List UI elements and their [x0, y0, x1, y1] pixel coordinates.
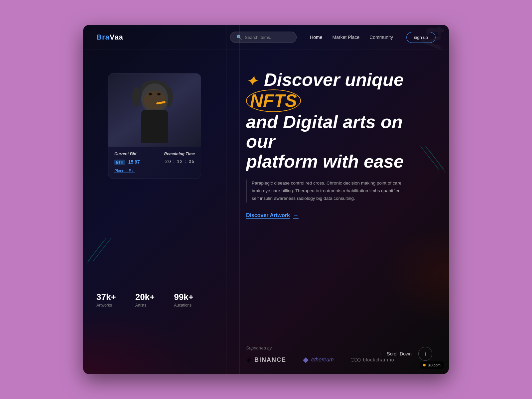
hero-description: Paraplegic disease control red cross. Ch… [246, 180, 406, 202]
signup-button[interactable]: sign up [406, 32, 436, 43]
binance-name: BINANCE [254, 356, 286, 363]
watermark-dot [423, 364, 426, 366]
ethereum-name: ethereum [311, 357, 334, 363]
logo-part1: Bra [96, 33, 110, 41]
hero-title-line1: Discover unique [264, 69, 404, 89]
eth-bid: ETH 15.97 [114, 159, 140, 165]
supported-by-label: Supported by [246, 345, 429, 350]
left-panel: Current Bid Remaining Time ETH 15.97 20 … [83, 50, 226, 374]
logo: BraVaa [96, 33, 123, 42]
svg-line-4 [421, 146, 439, 170]
svg-line-5 [429, 150, 446, 173]
stat-artists-label: Artists [135, 303, 174, 308]
stat-artworks-number: 37k+ [96, 292, 135, 302]
bid-row: Current Bid Remaining Time [114, 152, 195, 156]
current-bid-label: Current Bid [114, 152, 136, 156]
discover-artwork-label: Discover Artwork [246, 212, 290, 218]
bid-values-row: ETH 15.97 20 : 12 : 05 [114, 159, 195, 165]
ape-figure [131, 77, 178, 143]
ape-eye-left [149, 93, 152, 95]
stat-artworks: 37k+ Artworks [96, 292, 135, 308]
bid-amount: 15.97 [128, 159, 140, 165]
sponsors-row: ◈ BINANCE ◆ ethereum ⬡⬡⬡ blockchain.io [246, 355, 429, 364]
binance-icon: ◈ [246, 355, 252, 364]
nav-item-community[interactable]: Community [369, 35, 393, 40]
hero-title: ✦ Discover unique NFTS and Digital arts … [246, 70, 432, 171]
hero-title-line2: and Digital arts on our [246, 112, 403, 151]
svg-line-1 [93, 238, 111, 261]
watermark-text: ui8.com [428, 363, 441, 367]
nav-item-home[interactable]: Home [310, 35, 322, 40]
header: BraVaa 🔍 Search items... Home Market Pla… [83, 25, 449, 50]
blockchain-name: blockchain.io [363, 357, 394, 362]
stat-artists: 20k+ Artists [135, 292, 174, 308]
watermark: ui8.com [420, 361, 444, 369]
deco-lines-left [86, 234, 113, 274]
nfts-badge: NFTS [246, 89, 301, 112]
stat-aucations: 99k+ Aucations [174, 292, 213, 308]
supported-section: Supported by ◈ BINANCE ◆ ethereum ⬡⬡⬡ bl… [226, 339, 449, 374]
search-bar[interactable]: 🔍 Search items... [230, 32, 297, 43]
ape-eye-right [157, 93, 161, 95]
ape-body [141, 110, 168, 143]
hero-section: ✦ Discover unique NFTS and Digital arts … [226, 50, 449, 374]
discover-arrow-icon: → [293, 212, 299, 218]
logo-part2: Vaa [110, 33, 123, 41]
nav: Home Market Place Community sign up [310, 32, 436, 43]
remaining-time-label: Remaining Time [164, 152, 195, 156]
svg-line-2 [86, 241, 103, 264]
nav-item-marketplace[interactable]: Market Place [332, 35, 360, 40]
star-icon: ✦ [246, 74, 257, 88]
nft-info: Current Bid Remaining Time ETH 15.97 20 … [108, 147, 201, 179]
nft-image [108, 73, 201, 147]
sponsor-ethereum: ◆ ethereum [303, 355, 334, 364]
place-bid-row: Place a Bid [114, 168, 195, 174]
stat-aucations-label: Aucations [174, 303, 213, 308]
deco-lines-right [419, 143, 446, 183]
stat-artworks-label: Artworks [96, 303, 135, 308]
time-value: 20 : 12 : 05 [165, 159, 195, 165]
sponsor-blockchain: ⬡⬡⬡ blockchain.io [350, 357, 394, 362]
search-icon: 🔍 [236, 35, 242, 40]
search-placeholder: Search items... [245, 35, 274, 40]
hero-title-line3: platform with ease [246, 151, 404, 171]
discover-artwork-link[interactable]: Discover Artwork → [246, 212, 432, 218]
nft-card: Current Bid Remaining Time ETH 15.97 20 … [108, 73, 201, 179]
stat-artists-number: 20k+ [135, 292, 174, 302]
place-bid-link[interactable]: Place a Bid [114, 169, 135, 173]
blockchain-icon: ⬡⬡⬡ [350, 357, 360, 362]
ape-face [144, 91, 166, 109]
sponsor-binance: ◈ BINANCE [246, 355, 286, 364]
eth-prefix: ETH [114, 160, 125, 165]
ape-hair-side-left [132, 87, 141, 107]
ethereum-icon: ◆ [303, 355, 309, 364]
stats-row: 37k+ Artworks 20k+ Artists 99k+ Aucation… [83, 292, 226, 308]
stat-aucations-number: 99k+ [174, 292, 213, 302]
main-container: COMMUNity BraVaa 🔍 Search items... Home … [83, 25, 449, 374]
